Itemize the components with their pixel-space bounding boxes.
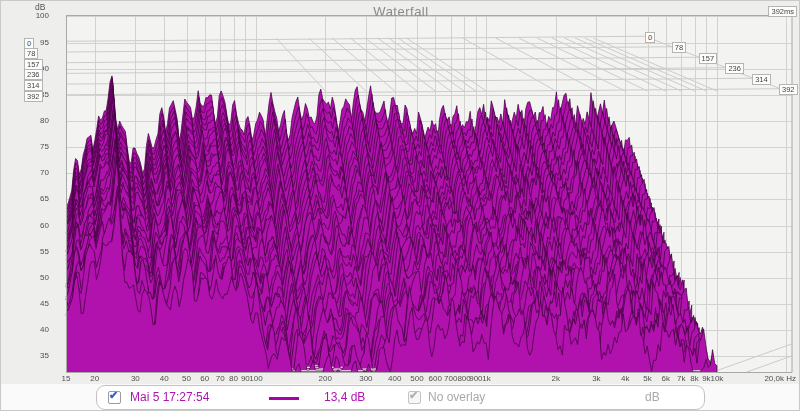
time-tick-label-left: 392 [24,91,43,102]
y-tick-label: 70 [19,168,49,178]
check-icon: ✔ [109,389,118,402]
series-line-swatch [269,397,299,400]
waterfall-window: dB Waterfall 392ms 100959085807570656055… [0,0,800,411]
x-tick-label: 300 [359,374,372,384]
legend-unit-label: dB [645,390,660,404]
y-tick-label: 100 [19,11,49,21]
chart-title: Waterfall [1,4,800,19]
y-tick-label: 60 [19,221,49,231]
x-tick-label: 3k [592,374,600,384]
time-tick-label-left: 0 [24,38,34,49]
time-tick-label-right: 392 [779,84,798,95]
check-icon: ✔ [409,389,418,402]
y-tick-label: 80 [19,116,49,126]
time-tick-label-right: 157 [699,53,718,64]
y-tick-label: 65 [19,194,49,204]
y-tick-label: 40 [19,325,49,335]
x-tick-label: 40 [160,374,169,384]
time-tick-label-right: 0 [645,32,655,43]
x-tick-label: 500 [410,374,423,384]
series-value-label: 13,4 dB [324,390,365,404]
time-tick-label-left: 314 [24,80,43,91]
y-tick-label: 45 [19,299,49,309]
y-tick-label: 35 [19,351,49,361]
x-tick-label: 70 [216,374,225,384]
time-tick-label-right: 78 [672,42,686,53]
overlay-checkbox[interactable]: ✔ [408,391,421,404]
x-tick-label: 100 [249,374,262,384]
y-tick-label: 75 [19,142,49,152]
x-tick-label: 5k [643,374,651,384]
x-tick-label: 900 [469,374,482,384]
x-tick-label: 400 [388,374,401,384]
x-tick-label: 6k [662,374,670,384]
x-tick-label: 7k [677,374,685,384]
time-tick-label-left: 157 [24,59,43,70]
x-tick-label: 50 [182,374,191,384]
x-tick-label: 600 [429,374,442,384]
x-tick-label: 60 [200,374,209,384]
x-axis-end-label: 20,0k Hz [764,374,796,384]
x-tick-label: 1k [482,374,490,384]
time-tick-label-right: 314 [752,74,771,85]
x-tick-label: 700 [444,374,457,384]
x-tick-label: 15 [62,374,71,384]
x-tick-label: 4k [621,374,629,384]
time-window-label: 392ms [768,6,797,17]
overlay-label: No overlay [428,390,485,404]
y-tick-label: 50 [19,273,49,283]
x-tick-label: 200 [319,374,332,384]
x-tick-label: 9k [702,374,710,384]
x-tick-label: 8k [690,374,698,384]
x-tick-label: 10k [710,374,723,384]
measurement-label: Mai 5 17:27:54 [130,390,209,404]
x-tick-label: 80 [229,374,238,384]
measurement-checkbox[interactable]: ✔ [108,391,121,404]
time-tick-label-right: 236 [725,63,744,74]
time-tick-label-left: 236 [24,69,43,80]
waterfall-chart-canvas[interactable] [1,1,800,411]
x-tick-label: 2k [552,374,560,384]
x-tick-label: 20 [90,374,99,384]
x-tick-label: 30 [131,374,140,384]
time-tick-label-left: 78 [24,48,38,59]
legend-bar: ✔ Mai 5 17:27:54 13,4 dB ✔ No overlay dB [96,385,705,410]
y-tick-label: 55 [19,247,49,257]
